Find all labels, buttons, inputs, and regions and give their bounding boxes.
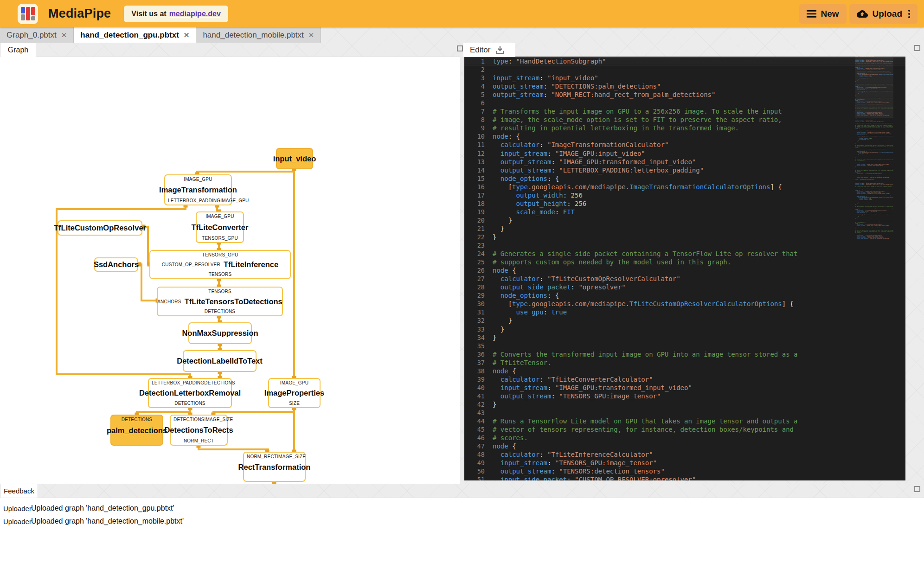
code-area[interactable]: 1type: "HandDetectionSubgraph"23input_st… bbox=[464, 57, 856, 480]
minimap-token: input_side_packet bbox=[855, 177, 868, 178]
code-token: : { bbox=[508, 133, 520, 140]
code-token: .googleapis.com/mediapipe. bbox=[528, 183, 629, 191]
expand-graph-pane-icon[interactable] bbox=[457, 45, 463, 51]
graph-edge bbox=[147, 226, 149, 265]
code-text: # Converts the transformed input image o… bbox=[493, 350, 797, 358]
graph-node-TfLiteCustomOpResolver[interactable]: TfLiteCustomOpResolver bbox=[58, 220, 142, 236]
close-tab-icon[interactable]: ✕ bbox=[184, 32, 190, 38]
code-text: # scores. bbox=[493, 434, 528, 442]
code-text: # resulting in potential letterboxing in… bbox=[493, 124, 739, 132]
tab-editor[interactable]: Editor bbox=[463, 43, 515, 57]
feedback-strip: Feedback bbox=[0, 484, 924, 498]
file-tab-label: Graph_0.pbtxt bbox=[6, 31, 57, 40]
code-token: FIT bbox=[563, 208, 575, 216]
code-line: 34} bbox=[464, 333, 856, 342]
code-line: 38node { bbox=[464, 367, 856, 375]
graph-node-ImageTransformation[interactable]: IMAGE_GPUImageTransformationLETTERBOX_PA… bbox=[164, 174, 232, 205]
code-token: output_stream bbox=[493, 158, 551, 166]
graph-node-input_video[interactable]: input_video bbox=[276, 148, 313, 169]
code-text: # vector of tensors representing, for in… bbox=[493, 425, 794, 434]
code-line: 8# image, the scale_mode option is set t… bbox=[464, 115, 856, 124]
minimap-token: "CUSTOM_OP_RESOLVER:opresolver" bbox=[869, 177, 890, 178]
line-number: 6 bbox=[464, 99, 485, 107]
code-line: 41 output_stream: "TENSORS_GPU:image_ten… bbox=[464, 392, 856, 400]
line-number: 47 bbox=[464, 442, 485, 450]
port-label: ANCHORS bbox=[157, 299, 181, 304]
graph-node-ImageProperties[interactable]: IMAGE_GPUImagePropertiesSIZE bbox=[268, 378, 321, 408]
file-tab-hand_detection_gpu.pbtxt[interactable]: hand_detection_gpu.pbtxt✕ bbox=[74, 27, 196, 43]
code-token: output_side_packet bbox=[493, 283, 571, 291]
graph-node-NonMaxSuppression[interactable]: NonMaxSuppression bbox=[188, 322, 252, 344]
graph-node-palm_detections[interactable]: DETECTIONSpalm_detections bbox=[110, 415, 163, 446]
code-text: node { bbox=[493, 442, 516, 450]
code-token: output_stream bbox=[493, 166, 551, 174]
graph-node-TfLiteInference[interactable]: TENSORS_GPUCUSTOM_OP_RESOLVERTfLiteInfer… bbox=[149, 250, 291, 279]
port-label: DETECTIONS bbox=[173, 417, 204, 422]
code-token: : bbox=[539, 451, 547, 458]
graph-canvas[interactable]: input_videoIMAGE_GPUImageTransformationL… bbox=[0, 57, 460, 484]
minimap-token: # supports custom ops needed by the mode… bbox=[855, 147, 893, 147]
graph-node-DetectionLetterboxRemoval[interactable]: LETTERBOX_PADDINGDETECTIONSDetectionLett… bbox=[148, 378, 232, 408]
code-token: : bbox=[563, 192, 571, 199]
visit-link[interactable]: mediapipe.dev bbox=[169, 10, 221, 18]
line-number: 33 bbox=[464, 325, 485, 333]
graph-node-DetectionLabelIdToText[interactable]: DetectionLabelIdToText bbox=[183, 350, 257, 372]
code-text: } bbox=[493, 216, 512, 224]
graph-node-RectTransformation[interactable]: NORM_RECTIMAGE_SIZERectTransformation bbox=[243, 452, 306, 482]
graph-node-TfLiteConverter[interactable]: IMAGE_GPUTfLiteConverterTENSORS_GPU bbox=[196, 211, 244, 243]
code-line: 14 output_stream: "LETTERBOX_PADDING:let… bbox=[464, 166, 856, 174]
menu-icon bbox=[807, 10, 816, 18]
download-icon[interactable] bbox=[495, 45, 505, 55]
code-text: calculator: "TfLiteCustomOpResolverCalcu… bbox=[493, 275, 680, 283]
code-line: 23 bbox=[464, 241, 856, 250]
graph-node-DetectionsToRects[interactable]: DETECTIONSIMAGE_SIZEDetectionsToRectsNOR… bbox=[170, 415, 228, 446]
minimap-token: true bbox=[866, 154, 868, 154]
code-token: } bbox=[493, 317, 512, 324]
close-tab-icon[interactable]: ✕ bbox=[308, 32, 314, 38]
upload-button[interactable]: Upload bbox=[849, 4, 918, 24]
minimap-slider[interactable] bbox=[855, 57, 893, 118]
file-tab-label: hand_detection_mobile.pbtxt bbox=[203, 31, 303, 40]
minimap-token: output_stream bbox=[855, 227, 866, 228]
port-label: LETTERBOX_PADDING bbox=[168, 198, 220, 203]
expand-feedback-pane-icon[interactable] bbox=[914, 486, 920, 492]
graph-node-SsdAnchors[interactable]: SsdAnchors bbox=[94, 257, 138, 272]
minimap-token: # supports custom ops needed by the mode… bbox=[855, 208, 893, 209]
port-label: IMAGE_SIZE bbox=[277, 454, 306, 459]
code-text: } bbox=[493, 224, 504, 233]
close-tab-icon[interactable]: ✕ bbox=[61, 32, 67, 38]
line-number: 4 bbox=[464, 82, 485, 90]
line-number: 43 bbox=[464, 409, 485, 417]
file-tab-Graph_0.pbtxt[interactable]: Graph_0.pbtxt✕ bbox=[0, 27, 74, 43]
minimap-token: "HandDetectionSubgraph" bbox=[860, 118, 875, 119]
code-token: : bbox=[551, 158, 559, 166]
node-output-ports: TENSORS_GPU bbox=[197, 236, 243, 242]
code-token: # supports custom ops needed by the mode… bbox=[493, 258, 731, 266]
graph-node-TfLiteTensorsToDetections[interactable]: TENSORSANCHORSTfLiteTensorsToDetectionsD… bbox=[157, 287, 283, 316]
file-tab-hand_detection_mobile.pbtxt[interactable]: hand_detection_mobile.pbtxt✕ bbox=[196, 27, 321, 43]
tab-feedback[interactable]: Feedback bbox=[0, 484, 38, 498]
code-token: } bbox=[493, 233, 496, 241]
expand-editor-pane-icon[interactable] bbox=[914, 45, 920, 51]
visit-text: Visit us at bbox=[131, 10, 166, 18]
code-token: type bbox=[512, 300, 528, 307]
code-token: } bbox=[493, 225, 504, 232]
code-text: output_stream: "LETTERBOX_PADDING:letter… bbox=[493, 166, 704, 174]
code-text: output_stream: "TENSORS_GPU:image_tensor… bbox=[493, 392, 661, 400]
code-text: # Runs a TensorFlow Lite model on GPU th… bbox=[493, 417, 797, 425]
new-button[interactable]: New bbox=[799, 4, 847, 24]
kebab-menu-icon[interactable] bbox=[908, 8, 910, 19]
code-line: 33 } bbox=[464, 325, 856, 333]
code-token: : bbox=[567, 476, 575, 480]
code-editor[interactable]: 1type: "HandDetectionSubgraph"23input_st… bbox=[464, 57, 905, 480]
feedback-message: Uploaded graph 'hand_detection_gpu.pbtxt… bbox=[31, 504, 174, 512]
minimap[interactable]: type: "HandDetectionSubgraph"input_strea… bbox=[855, 57, 893, 480]
minimap-token: FIT bbox=[867, 201, 869, 202]
tab-graph[interactable]: Graph bbox=[0, 43, 36, 57]
code-line: 30 [type.googleapis.com/mediapipe.TfLite… bbox=[464, 300, 856, 308]
code-token: true bbox=[551, 308, 567, 316]
code-token: input_stream bbox=[493, 384, 547, 391]
line-number: 12 bbox=[464, 149, 485, 158]
code-token: input_stream bbox=[493, 459, 547, 467]
code-token: calculator bbox=[493, 451, 539, 458]
